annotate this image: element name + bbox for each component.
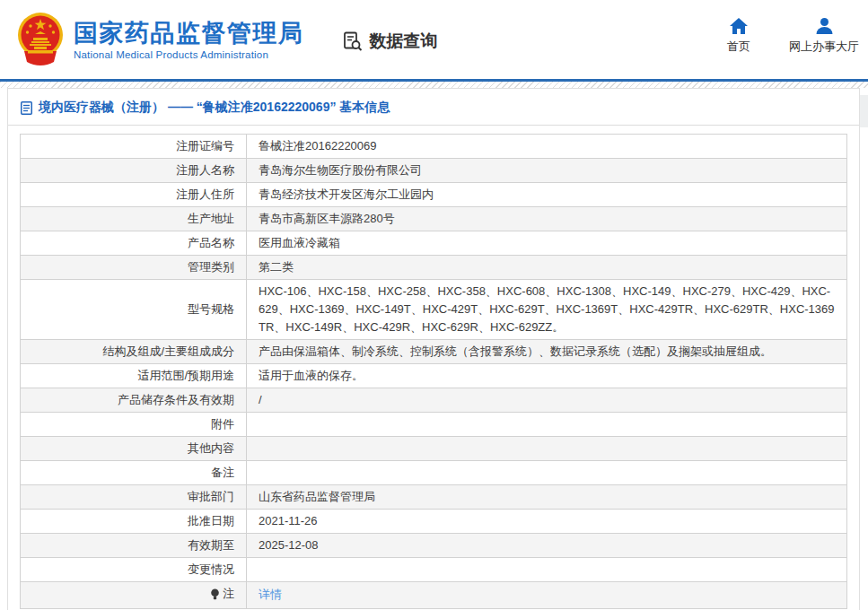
- table-row: 备注: [21, 461, 847, 485]
- field-label: 变更情况: [21, 558, 247, 582]
- decorative-hatch-strip: [0, 82, 868, 88]
- field-value: [247, 413, 847, 437]
- field-value: 青岛海尔生物医疗股份有限公司: [247, 159, 847, 183]
- field-value: 青岛经济技术开发区海尔工业园内: [247, 183, 847, 207]
- field-label: 审批部门: [21, 485, 247, 510]
- field-label: 适用范围/预期用途: [21, 364, 247, 388]
- field-value: 详情: [247, 582, 847, 609]
- brand-logo[interactable]: 国家药品监督管理局 National Medical Products Admi…: [16, 12, 304, 67]
- field-label: 批准日期: [21, 510, 247, 534]
- field-label: 备注: [21, 461, 247, 485]
- content-panel: 境内医疗器械（注册） —— “鲁械注准20162220069” 基本信息 注册证…: [7, 88, 860, 610]
- field-value: 山东省药品监督管理局: [247, 485, 847, 510]
- table-row: 注册人名称 青岛海尔生物医疗股份有限公司: [21, 159, 847, 183]
- note-label-text: 注: [223, 586, 234, 602]
- field-label: 产品储存条件及有效期: [21, 388, 247, 413]
- field-value: /: [247, 388, 847, 413]
- field-value: 产品由保温箱体、制冷系统、控制系统（含报警系统）、数据记录系统（选配）及搁架或抽…: [247, 340, 847, 364]
- data-query-tab[interactable]: 数据查询: [342, 30, 438, 53]
- page-title: 境内医疗器械（注册） —— “鲁械注准20162220069” 基本信息: [39, 100, 390, 116]
- field-value: [247, 461, 847, 485]
- table-row: 批准日期 2021-11-26: [21, 510, 847, 534]
- table-row: 附件: [21, 413, 847, 437]
- site-title-cn: 国家药品监督管理局: [74, 20, 304, 47]
- nav-item-label: 首页: [727, 39, 750, 55]
- nav-item-service-hall[interactable]: 网上办事大厅: [789, 18, 859, 55]
- field-label: 有效期至: [21, 534, 247, 558]
- field-value: 第二类: [247, 256, 847, 280]
- field-label: 附件: [21, 413, 247, 437]
- data-query-icon: [342, 30, 364, 52]
- document-icon: [21, 101, 32, 115]
- field-label: 注册证编号: [21, 135, 247, 159]
- field-value: 2025-12-08: [247, 534, 847, 558]
- field-value: 适用于血液的保存。: [247, 364, 847, 388]
- table-row: 审批部门 山东省药品监督管理局: [21, 485, 847, 510]
- table-row: 适用范围/预期用途 适用于血液的保存。: [21, 364, 847, 388]
- field-label: 注册人住所: [21, 183, 247, 207]
- main-content: 境内医疗器械（注册） —— “鲁械注准20162220069” 基本信息 注册证…: [0, 88, 868, 610]
- field-label: 其他内容: [21, 437, 247, 461]
- table-row: 生产地址 青岛市高新区丰源路280号: [21, 207, 847, 231]
- table-row: 产品储存条件及有效期 /: [21, 388, 847, 413]
- national-emblem-icon: [16, 12, 65, 67]
- table-row: 管理类别 第二类: [21, 256, 847, 280]
- field-value: [247, 437, 847, 461]
- field-label: 注册人名称: [21, 159, 247, 183]
- header-nav: 首页 网上办事大厅: [715, 18, 859, 55]
- note-bulb-icon: [210, 588, 220, 600]
- table-row: 其他内容: [21, 437, 847, 461]
- nav-item-label: 网上办事大厅: [789, 39, 859, 55]
- detail-link[interactable]: 详情: [259, 588, 282, 601]
- site-title-en: National Medical Products Administration: [74, 49, 304, 60]
- table-row: 产品名称 医用血液冷藏箱: [21, 231, 847, 256]
- user-icon: [816, 18, 833, 34]
- table-row: 型号规格 HXC-106、HXC-158、HXC-258、HXC-358、HXC…: [21, 280, 847, 340]
- field-label: 生产地址: [21, 207, 247, 231]
- table-row: 注 详情: [21, 582, 847, 609]
- field-value: 青岛市高新区丰源路280号: [247, 207, 847, 231]
- field-value: 2021-11-26: [247, 510, 847, 534]
- field-label: 管理类别: [21, 256, 247, 280]
- field-label: 型号规格: [21, 280, 247, 340]
- data-query-label: 数据查询: [370, 30, 438, 53]
- page-header: 国家药品监督管理局 National Medical Products Admi…: [0, 0, 868, 79]
- table-row: 有效期至 2025-12-08: [21, 534, 847, 558]
- breadcrumb: 境内医疗器械（注册） —— “鲁械注准20162220069” 基本信息: [8, 89, 859, 126]
- field-value: [247, 558, 847, 582]
- table-row: 注册证编号 鲁械注准20162220069: [21, 135, 847, 159]
- field-label: 产品名称: [21, 231, 247, 256]
- field-value: 医用血液冷藏箱: [247, 231, 847, 256]
- field-label: 结构及组成/主要组成成分: [21, 340, 247, 364]
- table-row: 结构及组成/主要组成成分 产品由保温箱体、制冷系统、控制系统（含报警系统）、数据…: [21, 340, 847, 364]
- field-label: 注: [21, 582, 247, 609]
- field-value: 鲁械注准20162220069: [247, 135, 847, 159]
- table-row: 注册人住所 青岛经济技术开发区海尔工业园内: [21, 183, 847, 207]
- nav-item-home[interactable]: 首页: [715, 18, 762, 55]
- registration-info-table: 注册证编号 鲁械注准20162220069 注册人名称 青岛海尔生物医疗股份有限…: [20, 134, 847, 609]
- field-value: HXC-106、HXC-158、HXC-258、HXC-358、HXC-608、…: [247, 280, 847, 340]
- table-row: 变更情况: [21, 558, 847, 582]
- home-icon: [730, 18, 748, 34]
- brand-text: 国家药品监督管理局 National Medical Products Admi…: [74, 20, 304, 60]
